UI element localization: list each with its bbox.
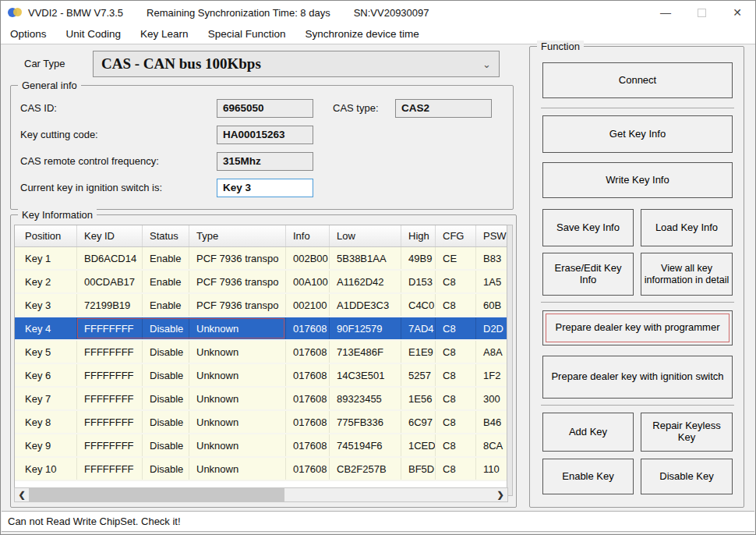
col-header-position[interactable]: Position — [15, 225, 77, 246]
prepare-dealer-key-programmer-button[interactable]: Prepare dealer key with programmer — [542, 310, 733, 345]
cell-cfg: C8 — [436, 458, 476, 480]
cell-status: Disable — [143, 341, 189, 363]
cell-status: Disable — [143, 434, 189, 456]
repair-keyless-key-button[interactable]: Repair Keyless Key — [641, 413, 733, 452]
status-message: Can not Read Write ChipSet. Check it! — [8, 516, 181, 527]
cell-key-id: FFFFFFFF — [77, 434, 143, 456]
cell-status: Disable — [143, 458, 189, 480]
table-row[interactable]: Key 7 FFFFFFFF Disable Unknown 017608 89… — [15, 388, 508, 411]
menu-options[interactable]: Options — [10, 28, 47, 40]
window-title: VVDI2 - BMW V7.3.5 — [28, 7, 123, 19]
cell-info: 002B00 — [286, 247, 330, 269]
cell-high: D153 — [401, 271, 436, 292]
load-key-info-button[interactable]: Load Key Info — [641, 209, 733, 246]
key-cutting-code-field[interactable]: HA00015263 — [217, 126, 313, 144]
separator — [541, 302, 734, 303]
table-vertical-scrollbar[interactable] — [507, 225, 513, 496]
cell-info: 002100 — [286, 294, 330, 316]
table-row[interactable]: Key 1 BD6ACD14 Enable PCF 7936 transpo 0… — [15, 247, 508, 271]
erase-edit-key-info-button[interactable]: Erase/Edit Key Info — [542, 253, 634, 296]
cell-info: 017608 — [286, 317, 330, 339]
col-header-status[interactable]: Status — [143, 225, 189, 246]
cell-psw: 1A5 — [476, 271, 508, 292]
table-row-selected[interactable]: Key 4 FFFFFFFF Disable Unknown 017608 90… — [15, 317, 508, 341]
scroll-right-icon[interactable]: ❯ — [493, 488, 507, 501]
col-header-high[interactable]: High — [401, 225, 436, 246]
disable-key-button[interactable]: Disable Key — [641, 459, 733, 494]
cell-info: 00A100 — [286, 271, 330, 292]
cas-type-field[interactable]: CAS2 — [395, 99, 492, 118]
maximize-icon[interactable] — [684, 1, 719, 24]
table-row[interactable]: Key 9 FFFFFFFF Disable Unknown 017608 74… — [15, 434, 508, 458]
col-header-psw[interactable]: PSW — [476, 225, 508, 246]
prepare-dealer-key-ignition-button[interactable]: Prepare dealer key with ignition switch — [542, 356, 733, 399]
car-type-value: CAS - CAN bus 100Kbps — [101, 55, 261, 73]
table-row[interactable]: Key 6 FFFFFFFF Disable Unknown 017608 14… — [15, 364, 508, 388]
cell-key-id: FFFFFFFF — [77, 341, 143, 363]
cell-info: 017608 — [286, 364, 330, 386]
col-header-info[interactable]: Info — [286, 225, 330, 246]
cell-type: PCF 7936 transpo — [189, 294, 286, 316]
current-key-field[interactable]: Key 3 — [217, 179, 313, 197]
cell-type: Unknown — [189, 364, 286, 386]
remote-frequency-field[interactable]: 315Mhz — [217, 152, 313, 171]
vvdi-app-icon — [8, 5, 22, 19]
cell-low: CB2F257B — [330, 458, 401, 480]
menu-special-function[interactable]: Special Function — [208, 28, 286, 40]
scrollbar-thumb[interactable] — [29, 488, 284, 501]
table-row[interactable]: Key 10 FFFFFFFF Disable Unknown 017608 C… — [15, 458, 508, 481]
cell-status: Enable — [143, 271, 189, 292]
enable-key-button[interactable]: Enable Key — [542, 459, 634, 494]
cell-cfg: C8 — [436, 317, 476, 339]
cell-key-id: FFFFFFFF — [77, 317, 143, 339]
table-header-row: Position Key ID Status Type Info Low Hig… — [15, 225, 508, 247]
cell-status: Enable — [143, 247, 189, 269]
cas-id-field[interactable]: 6965050 — [217, 99, 313, 118]
cell-info: 017608 — [286, 458, 330, 480]
car-type-dropdown[interactable]: CAS - CAN bus 100Kbps ⌄ — [93, 51, 500, 77]
current-key-label: Current key in ignition switch is: — [20, 182, 217, 193]
separator — [541, 405, 734, 406]
car-type-label: Car Type — [24, 58, 65, 69]
menu-unit-coding[interactable]: Unit Coding — [66, 28, 122, 40]
close-icon[interactable]: ✕ — [719, 1, 755, 24]
table-row[interactable]: Key 2 00CDAB17 Enable PCF 7936 transpo 0… — [15, 271, 508, 294]
table-row[interactable]: Key 3 72199B19 Enable PCF 7936 transpo 0… — [15, 294, 508, 317]
scroll-left-icon[interactable]: ❮ — [15, 488, 29, 501]
col-header-low[interactable]: Low — [330, 225, 401, 246]
col-header-key-id[interactable]: Key ID — [77, 225, 143, 246]
cell-high: 6C97 — [401, 411, 436, 433]
menu-key-learn[interactable]: Key Learn — [140, 28, 189, 40]
table-row[interactable]: Key 8 FFFFFFFF Disable Unknown 017608 77… — [15, 411, 508, 434]
cell-key-id: BD6ACD14 — [77, 247, 143, 269]
cell-psw: B46 — [476, 411, 508, 433]
cell-low: 90F12579 — [330, 317, 401, 339]
menu-bar: Options Unit Coding Key Learn Special Fu… — [1, 24, 755, 44]
scrollbar-track[interactable] — [29, 488, 493, 501]
write-key-info-button[interactable]: Write Key Info — [542, 162, 733, 198]
cell-type: Unknown — [189, 434, 286, 456]
table-row[interactable]: Key 5 FFFFFFFF Disable Unknown 017608 71… — [15, 341, 508, 364]
view-all-key-info-button[interactable]: View all key information in detail — [641, 253, 733, 296]
table-horizontal-scrollbar[interactable]: ❮ ❯ — [14, 487, 508, 502]
add-key-button[interactable]: Add Key — [542, 413, 634, 452]
function-group: Function Connect Get Key Info Write Key … — [529, 46, 744, 508]
cell-psw: 8CA — [476, 434, 508, 456]
sync-time-text: Remaining Synchronization Time: 8 days — [147, 7, 330, 19]
title-bar: VVDI2 - BMW V7.3.5 Remaining Synchroniza… — [1, 1, 755, 24]
cell-psw: 300 — [476, 388, 508, 409]
cell-high: C4C0 — [401, 294, 436, 316]
prepare-dealer-key-programmer-label: Prepare dealer key with programmer — [556, 322, 720, 334]
key-table: Position Key ID Status Type Info Low Hig… — [14, 225, 508, 496]
minimize-icon[interactable]: — — [648, 1, 684, 24]
menu-synchronize-device-time[interactable]: Synchronize device time — [305, 28, 419, 40]
cell-low: A1DDE3C3 — [330, 294, 401, 316]
cell-cfg: C8 — [436, 388, 476, 409]
cell-key-id: FFFFFFFF — [77, 411, 143, 433]
get-key-info-button[interactable]: Get Key Info — [542, 115, 733, 153]
col-header-type[interactable]: Type — [189, 225, 286, 246]
col-header-cfg[interactable]: CFG — [436, 225, 476, 246]
cell-low: 775FB336 — [330, 411, 401, 433]
save-key-info-button[interactable]: Save Key Info — [542, 209, 634, 246]
connect-button[interactable]: Connect — [542, 62, 733, 98]
